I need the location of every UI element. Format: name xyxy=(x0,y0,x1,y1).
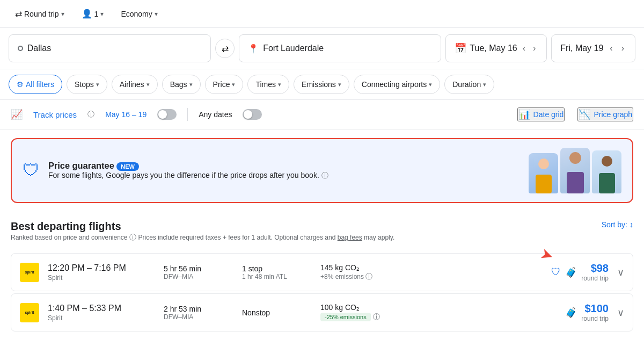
emissions-chevron: ▾ xyxy=(338,81,341,88)
expand-arrow-1[interactable]: ∨ xyxy=(617,307,624,319)
departure-next-button[interactable]: › xyxy=(531,41,538,55)
flight-row[interactable]: spirit 1:40 PM – 5:33 PM Spirit 2 hr 53 … xyxy=(11,293,633,332)
swap-button[interactable]: ⇄ xyxy=(215,39,235,58)
any-dates-toggle[interactable] xyxy=(243,109,262,120)
filter-icon: ⚙ xyxy=(17,80,24,89)
origin-input[interactable] xyxy=(27,44,202,53)
emissions-filter-button[interactable]: Emissions ▾ xyxy=(294,75,349,94)
bags-label: Bags xyxy=(170,80,187,89)
cabin-chevron: ▾ xyxy=(155,10,158,18)
connecting-airports-chevron: ▾ xyxy=(429,81,432,88)
flights-title: Best departing flights xyxy=(11,220,394,233)
guarantee-text: Price guarantee NEW For some flights, Go… xyxy=(48,161,328,181)
bags-filter-button[interactable]: Bags ▾ xyxy=(162,75,201,94)
passengers-chevron: ▾ xyxy=(100,10,104,18)
track-dates-toggle-knob xyxy=(158,110,167,119)
price-amount-1: $100 xyxy=(581,302,609,315)
bag-fees-link[interactable]: bag fees xyxy=(338,234,362,241)
passengers-label: 1 xyxy=(94,10,99,18)
flight-time-0: 12:20 PM – 7:16 PM Spirit xyxy=(48,263,155,282)
price-bag-icon-0: 🧳 xyxy=(565,266,577,278)
flight-dur-0: 5 hr 56 min xyxy=(164,264,233,273)
connecting-airports-filter-button[interactable]: Connecting airports ▾ xyxy=(354,75,440,94)
track-dates-toggle[interactable] xyxy=(157,109,177,120)
all-filters-button[interactable]: ⚙ All filters xyxy=(9,75,62,94)
guarantee-info-icon[interactable]: ⓘ xyxy=(321,171,328,179)
new-badge: NEW xyxy=(116,162,139,171)
return-prev-button[interactable]: ‹ xyxy=(608,41,614,55)
banner-illustration xyxy=(529,148,621,193)
flight-time-range-1: 1:40 PM – 5:33 PM xyxy=(48,304,155,313)
emissions-info-icon-1[interactable]: ⓘ xyxy=(373,313,380,321)
sort-button[interactable]: Sort by: ↕ xyxy=(602,220,633,229)
flight-time-1: 1:40 PM – 5:33 PM Spirit xyxy=(48,304,155,322)
trip-type-chevron: ▾ xyxy=(61,10,64,18)
flight-dur-1: 2 hr 53 min xyxy=(164,305,233,313)
price-shield-icon-0: 🛡 xyxy=(551,266,561,278)
flights-section: Best departing flights Ranked based on p… xyxy=(0,212,644,342)
airline-abbr-1: spirit xyxy=(25,311,34,315)
price-graph-button[interactable]: 📉 Price graph xyxy=(577,107,633,121)
flight-row[interactable]: ➤ spirit 12:20 PM – 7:16 PM Spirit 5 hr … xyxy=(11,253,633,291)
destination-input[interactable] xyxy=(263,44,432,53)
date-grid-icon: 📊 xyxy=(518,109,530,120)
filter-bar: ⚙ All filters Stops ▾ Airlines ▾ Bags ▾ … xyxy=(0,69,644,100)
flight-stops-0: 1 stop 1 hr 48 min ATL xyxy=(242,264,312,280)
airlines-filter-button[interactable]: Airlines ▾ xyxy=(112,75,158,94)
flight-route-1: DFW–MIA xyxy=(164,313,233,321)
flight-co2-0: 145 kg CO₂ xyxy=(320,263,406,272)
passengers-button[interactable]: 👤 1 ▾ xyxy=(75,5,111,22)
stops-filter-button[interactable]: Stops ▾ xyxy=(67,75,107,94)
any-dates-toggle-knob xyxy=(244,110,252,119)
duration-filter-button[interactable]: Duration ▾ xyxy=(444,75,494,94)
price-amount-0: $98 xyxy=(581,262,609,275)
track-right-actions: 📊 Date grid 📉 Price graph xyxy=(517,107,633,121)
price-chevron: ▾ xyxy=(232,81,235,88)
price-block-1: $100 round trip xyxy=(581,302,609,322)
price-label-0: round trip xyxy=(581,275,609,282)
connecting-airports-label: Connecting airports xyxy=(362,80,427,89)
flight-route-0: DFW–MIA xyxy=(164,273,233,280)
times-chevron: ▾ xyxy=(278,81,281,88)
flight-stops-1: Nonstop xyxy=(242,308,312,317)
date-grid-button[interactable]: 📊 Date grid xyxy=(517,107,565,121)
expand-arrow-0[interactable]: ∨ xyxy=(617,266,624,278)
cabin-label: Economy xyxy=(121,10,152,18)
times-filter-button[interactable]: Times ▾ xyxy=(247,75,289,94)
duration-label: Duration xyxy=(452,80,481,89)
bags-chevron: ▾ xyxy=(189,81,193,88)
price-filter-button[interactable]: Price ▾ xyxy=(205,75,244,94)
track-prices-icon: 📈 xyxy=(11,109,23,120)
calendar-icon: 📅 xyxy=(455,42,466,54)
origin-field[interactable] xyxy=(9,34,211,62)
emissions-info-icon-0[interactable]: ⓘ xyxy=(365,272,372,280)
destination-field[interactable]: 📍 xyxy=(239,34,441,62)
track-prices-label: Track prices xyxy=(33,110,77,119)
price-label: Price xyxy=(213,80,230,89)
flight-duration-0: 5 hr 56 min DFW–MIA xyxy=(164,264,233,280)
flights-subtitle: Ranked based on price and convenience ⓘ … xyxy=(11,233,394,242)
departure-date-field[interactable]: 📅 Tue, May 16 ‹ › xyxy=(445,34,547,62)
flight-price-1: 🧳 $100 round trip xyxy=(565,302,609,322)
flights-title-block: Best departing flights Ranked based on p… xyxy=(11,220,394,251)
round-trip-button[interactable]: ⇄ Round trip ▾ xyxy=(9,5,71,22)
cabin-button[interactable]: Economy ▾ xyxy=(114,6,164,21)
price-guarantee-banner: 🛡 Price guarantee NEW For some flights, … xyxy=(11,138,633,203)
sort-label: Sort by: xyxy=(602,220,627,229)
stops-label: Stops xyxy=(75,80,94,89)
stops-chevron: ▾ xyxy=(96,81,99,88)
return-next-button[interactable]: › xyxy=(619,41,626,55)
return-date: Fri, May 19 xyxy=(560,44,603,53)
flights-header: Best departing flights Ranked based on p… xyxy=(11,220,633,251)
price-block-0: $98 round trip xyxy=(581,262,609,282)
return-date-field[interactable]: Fri, May 19 ‹ › xyxy=(551,34,635,62)
flight-emissions-pct-0: +8% emissions ⓘ xyxy=(320,272,406,282)
flight-stops-count-0: 1 stop xyxy=(242,264,312,273)
emissions-label: Emissions xyxy=(302,80,336,89)
track-bar: 📈 Track prices ⓘ May 16 – 19 Any dates 📊… xyxy=(0,100,644,129)
subtitle-info-icon[interactable]: ⓘ xyxy=(129,233,138,241)
track-info-icon[interactable]: ⓘ xyxy=(87,110,94,119)
guarantee-shield-icon: 🛡 xyxy=(23,161,40,181)
departure-prev-button[interactable]: ‹ xyxy=(521,41,528,55)
price-graph-label: Price graph xyxy=(594,110,632,119)
